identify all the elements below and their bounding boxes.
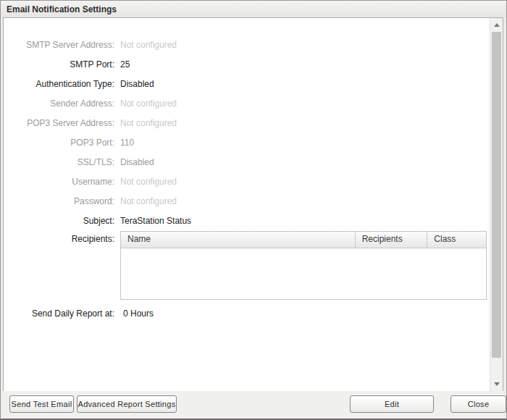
settings-panel: SMTP Server Address: Not configured SMTP… bbox=[3, 17, 503, 392]
subject-value: TeraStation Status bbox=[120, 211, 191, 231]
authentication-type-label: Authentication Type: bbox=[4, 75, 114, 94]
email-notification-settings-dialog: Email Notification Settings SMTP Server … bbox=[0, 0, 507, 420]
send-test-email-button[interactable]: Send Test Email bbox=[9, 395, 74, 413]
password-value: Not configured bbox=[120, 192, 177, 211]
close-button[interactable]: Close bbox=[451, 395, 506, 413]
advanced-report-settings-button[interactable]: Advanced Report Settings bbox=[77, 395, 177, 413]
smtp-port-label: SMTP Port: bbox=[4, 55, 114, 75]
form-row-password: Password: Not configured bbox=[4, 192, 487, 211]
scrollbar-up-arrow-icon bbox=[494, 23, 500, 27]
authentication-type-value: Disabled bbox=[120, 75, 154, 94]
dialog-titlebar: Email Notification Settings bbox=[1, 1, 506, 17]
dialog-title: Email Notification Settings bbox=[7, 4, 117, 14]
form-row-sender-address: Sender Address: Not configured bbox=[4, 94, 487, 114]
form-row-send-daily-report: Send Daily Report at: 0 Hours bbox=[4, 304, 487, 324]
password-label: Password: bbox=[4, 192, 114, 211]
recipients-table-body[interactable] bbox=[121, 248, 486, 299]
smtp-server-address-value: Not configured bbox=[120, 35, 177, 55]
form-row-pop3-server-address: POP3 Server Address: Not configured bbox=[4, 114, 487, 133]
column-header-name: Name bbox=[121, 232, 356, 248]
username-label: Username: bbox=[4, 172, 114, 192]
settings-form: SMTP Server Address: Not configured SMTP… bbox=[4, 35, 487, 324]
form-row-ssl-tls: SSL/TLS: Disabled bbox=[4, 153, 487, 172]
pop3-port-value: 110 bbox=[120, 133, 134, 153]
sender-address-label: Sender Address: bbox=[4, 94, 114, 114]
edit-button[interactable]: Edit bbox=[350, 395, 434, 413]
ssl-tls-label: SSL/TLS: bbox=[4, 153, 114, 172]
ssl-tls-value: Disabled bbox=[120, 153, 154, 172]
username-value: Not configured bbox=[120, 172, 177, 192]
form-row-username: Username: Not configured bbox=[4, 172, 487, 192]
smtp-port-value: 25 bbox=[120, 55, 130, 75]
recipients-table-header: Name Recipients Class bbox=[121, 232, 486, 248]
scrollbar-thumb[interactable] bbox=[492, 32, 501, 358]
scrollbar-down-arrow-icon bbox=[494, 382, 500, 386]
sender-address-value: Not configured bbox=[120, 94, 177, 114]
column-header-class: Class bbox=[427, 232, 486, 248]
pop3-server-address-label: POP3 Server Address: bbox=[4, 114, 114, 133]
scroll-up-button[interactable] bbox=[490, 19, 503, 30]
column-header-recipients: Recipients bbox=[356, 232, 428, 248]
form-row-recipients: Recipients: Name Recipients Class bbox=[4, 231, 487, 300]
scroll-down-button[interactable] bbox=[490, 378, 503, 390]
form-row-smtp-port: SMTP Port: 25 bbox=[4, 55, 487, 75]
vertical-scrollbar[interactable] bbox=[490, 18, 503, 392]
send-daily-report-value: 0 Hours bbox=[123, 304, 154, 324]
pop3-server-address-value: Not configured bbox=[120, 114, 177, 133]
subject-label: Subject: bbox=[4, 211, 114, 231]
smtp-server-address-label: SMTP Server Address: bbox=[4, 35, 114, 55]
form-row-smtp-server-address: SMTP Server Address: Not configured bbox=[4, 35, 487, 55]
recipients-label: Recipients: bbox=[4, 231, 114, 247]
recipients-table: Name Recipients Class bbox=[120, 231, 487, 300]
dialog-footer: Send Test Email Advanced Report Settings… bbox=[3, 391, 504, 417]
send-daily-report-label: Send Daily Report at: bbox=[4, 304, 114, 324]
form-row-pop3-port: POP3 Port: 110 bbox=[4, 133, 487, 153]
pop3-port-label: POP3 Port: bbox=[4, 133, 114, 153]
form-row-subject: Subject: TeraStation Status bbox=[4, 211, 487, 231]
form-row-authentication-type: Authentication Type: Disabled bbox=[4, 75, 487, 94]
